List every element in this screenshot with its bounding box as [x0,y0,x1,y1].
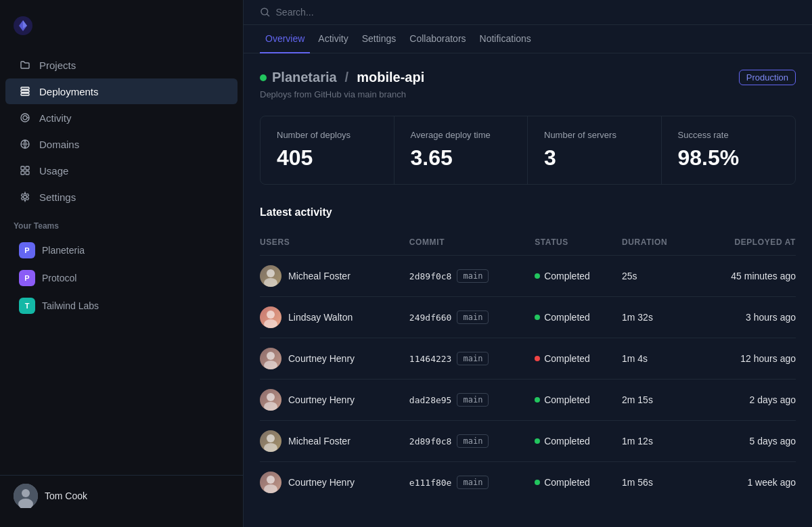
svg-rect-8 [26,166,29,170]
stat-label: Number of servers [544,130,645,140]
deployed-at-cell: 5 days ago [694,421,796,462]
user-cell: Courtney Henry [260,389,409,411]
commit-cell: dad28e95 main [409,393,535,407]
sidebar-item-planeteria[interactable]: P Planeteria [5,237,238,264]
logo [0,11,243,51]
stat-card: Average deploy time 3.65 [394,116,528,184]
deployed-at-cell: 2 days ago [694,380,796,421]
svg-point-5 [23,116,27,120]
tab-settings[interactable]: Settings [357,25,402,53]
team-badge: P [19,270,35,286]
stat-value: 3.65 [411,145,512,170]
status-dot [535,273,540,279]
sidebar-item-deployments[interactable]: Deployments [5,78,238,104]
tab-overview[interactable]: Overview [260,25,310,53]
stat-card: Success rate 98.5% [662,116,796,184]
teams-section-label: Your Teams [0,210,243,236]
table-row: Micheal Foster 2d89f0c8 main Completed 1… [260,421,796,462]
sidebar-item-tailwind[interactable]: T Tailwind Labs [5,292,238,319]
status-cell: Completed [535,271,622,281]
commit-cell: 2d89f0c8 main [409,269,535,283]
commit-cell: 2d89f0c8 main [409,434,535,448]
avatar [260,430,281,452]
status-cell: Completed [535,436,622,446]
tab-activity[interactable]: Activity [313,25,353,53]
status-dot [535,480,540,485]
svg-point-24 [267,434,275,442]
commit-hash: 249df660 [409,313,452,323]
duration-cell: 25s [622,256,694,297]
deploy-info: Deploys from GitHub via main branch [260,89,796,99]
project-title: Planetaria / mobile-api [260,70,424,85]
tab-collaborators[interactable]: Collaborators [404,25,471,53]
svg-point-25 [264,443,277,452]
sidebar-item-activity[interactable]: Activity [5,105,238,131]
svg-point-27 [264,484,277,493]
commit-hash: e111f80e [409,478,452,488]
column-header: Status [535,232,622,256]
project-repo: mobile-api [357,70,424,85]
tab-notifications[interactable]: Notifications [474,25,537,53]
content-area: Planetaria / mobile-api Production Deplo… [244,53,812,527]
duration-cell: 1m 12s [622,421,694,462]
sidebar-item-domains[interactable]: Domains [5,131,238,157]
branch-badge: main [457,352,489,365]
svg-point-13 [22,489,30,497]
deployed-at-cell: 3 hours ago [694,297,796,338]
search-input[interactable] [276,7,796,18]
status-label: Completed [544,312,590,323]
branch-badge: main [457,393,489,407]
commit-hash: 2d89f0c8 [409,271,452,281]
stats-grid: Number of deploys 405 Average deploy tim… [260,116,796,185]
svg-rect-2 [21,91,29,93]
sidebar-item-projects[interactable]: Projects [5,52,238,78]
status-label: Completed [544,271,590,281]
branch-badge: main [457,434,489,448]
globe-icon [19,138,31,150]
column-header: Users [260,232,409,256]
team-badge: P [19,242,35,258]
commit-cell: 249df660 main [409,311,535,324]
status-indicator [260,74,267,81]
user-cell: Courtney Henry [260,348,409,369]
team-label: Protocol [42,273,76,283]
sidebar-item-settings[interactable]: Settings [5,184,238,210]
folder-icon [19,59,31,71]
table-row: Lindsay Walton 249df660 main Completed 1… [260,297,796,338]
sidebar-item-protocol[interactable]: P Protocol [5,265,238,292]
deployed-at-cell: 45 minutes ago [694,256,796,297]
table-row: Courtney Henry dad28e95 main Completed 2… [260,380,796,421]
svg-point-19 [264,319,277,328]
branch-badge: main [457,311,489,324]
search-bar [244,0,812,25]
svg-point-18 [267,311,275,319]
nav-label: Projects [39,60,76,71]
duration-cell: 1m 4s [622,338,694,380]
branch-badge: main [457,269,489,283]
stat-label: Success rate [678,130,780,140]
nav-label: Activity [39,112,72,124]
commit-hash: 2d89f0c8 [409,436,452,446]
column-header: Deployed at [694,232,796,256]
nav-label: Settings [39,191,76,203]
duration-cell: 1m 32s [622,297,694,338]
stat-card: Number of deploys 405 [261,116,394,184]
status-label: Completed [544,353,590,364]
svg-rect-9 [21,171,24,175]
table-row: Courtney Henry e111f80e main Completed 1… [260,462,796,503]
duration-cell: 2m 15s [622,380,694,421]
deployments-icon [19,85,31,97]
user-cell: Micheal Foster [260,430,409,452]
branch-badge: main [457,476,489,489]
sidebar-item-usage[interactable]: Usage [5,158,238,183]
user-name: Courtney Henry [288,477,355,488]
user-cell: Micheal Foster [260,265,409,287]
svg-point-20 [267,352,275,360]
svg-rect-7 [21,166,24,170]
user-cell: Lindsay Walton [260,306,409,328]
stat-value: 3 [544,145,645,170]
avatar [260,472,281,493]
duration-cell: 1m 56s [622,462,694,503]
project-org: Planetaria [272,70,337,85]
gear-icon [19,191,31,203]
